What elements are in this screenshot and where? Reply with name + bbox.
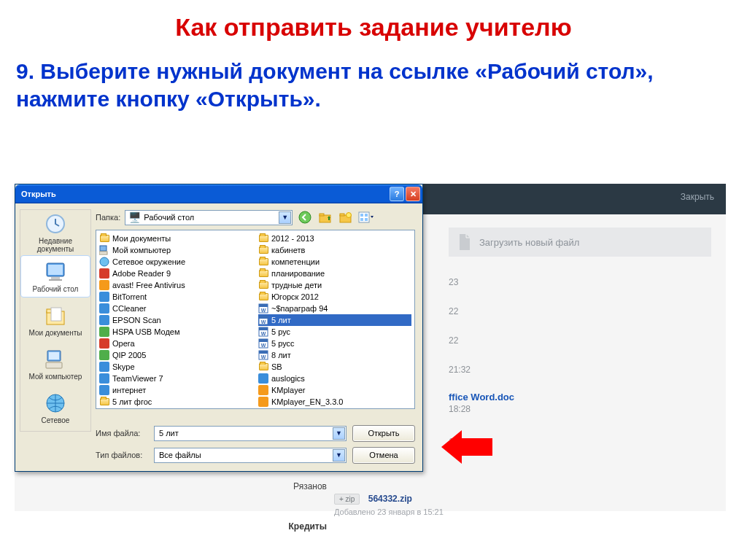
svg-rect-31: [99, 327, 109, 337]
place-recent[interactable]: Недавние документы: [20, 211, 90, 254]
svg-rect-29: [99, 303, 109, 314]
svg-rect-13: [48, 265, 63, 275]
bg-word-link[interactable]: ffice Word.doc: [449, 392, 609, 402]
place-desktop[interactable]: Рабочий стол: [20, 255, 90, 298]
close-button[interactable]: ✕: [406, 187, 420, 201]
dialog-bottom: Имя файла: 5 лит ▼ Открыть Тип файлов: В…: [96, 424, 415, 464]
file-item[interactable]: CCleaner: [99, 303, 252, 314]
file-item[interactable]: Мои документы: [99, 233, 252, 244]
file-item[interactable]: avast! Free Antivirus: [99, 279, 252, 291]
bg-time-3: 22: [449, 335, 609, 346]
filename-input[interactable]: 5 лит ▼: [154, 426, 347, 441]
file-item[interactable]: трудные дети: [258, 279, 411, 291]
chip-zip[interactable]: + zip: [334, 494, 360, 505]
svg-rect-44: [259, 327, 268, 330]
folder-label: Папка:: [96, 213, 120, 222]
file-item[interactable]: Сетевое окружение: [99, 256, 252, 268]
added-text: Добавлено 23 января в 15:21: [334, 508, 444, 516]
file-list[interactable]: Мои документыМой компьютерСетевое окруже…: [96, 230, 415, 409]
upload-new-file[interactable]: Загрузить новый файл: [449, 228, 711, 257]
svg-rect-47: [259, 339, 268, 342]
file-item[interactable]: W8 лит: [258, 349, 411, 361]
chevron-down-icon[interactable]: ▼: [333, 449, 345, 462]
bg-name-1: Рязанов: [261, 481, 327, 491]
help-button[interactable]: ?: [390, 187, 404, 201]
place-label: Мой компьютер: [29, 373, 82, 381]
zip-link[interactable]: 564332.zip: [368, 494, 412, 504]
chevron-down-icon[interactable]: ▼: [279, 211, 291, 224]
svg-point-25: [100, 257, 109, 266]
folder-combo[interactable]: 🖥️ Рабочий стол ▼: [125, 210, 293, 225]
file-item[interactable]: KMplayer: [258, 384, 411, 396]
file-item[interactable]: auslogics: [258, 373, 411, 384]
back-button[interactable]: [297, 209, 313, 225]
filename-label: Имя файла:: [96, 429, 148, 438]
file-item[interactable]: Skype: [99, 361, 252, 373]
bg-time-5: 18:28: [449, 404, 609, 414]
place-label: Мои документы: [29, 329, 82, 337]
svg-rect-53: [258, 385, 268, 395]
file-item[interactable]: KMplayer_EN_3.3.0: [258, 396, 411, 408]
views-button[interactable]: [358, 209, 374, 225]
bg-time-1: 23: [449, 277, 609, 287]
place-mydocs[interactable]: Мои документы: [20, 299, 90, 341]
svg-text:W: W: [261, 354, 266, 359]
svg-rect-8: [365, 214, 368, 217]
chevron-down-icon[interactable]: ▼: [333, 427, 345, 440]
file-item[interactable]: Мой компьютер: [99, 244, 252, 256]
file-item[interactable]: TeamViewer 7: [99, 373, 252, 384]
bg-time-4: 21:32: [449, 365, 609, 375]
filetype-combo[interactable]: Все файлы ▼: [154, 448, 347, 463]
svg-rect-9: [360, 218, 363, 221]
up-button[interactable]: [317, 209, 333, 225]
file-item[interactable]: Opera: [99, 338, 252, 349]
file-item[interactable]: SB: [258, 361, 411, 373]
place-mycomp[interactable]: Мой компьютер: [20, 343, 90, 385]
file-item[interactable]: W5 лит: [258, 314, 411, 326]
bg-time-2: 22: [449, 306, 609, 316]
new-folder-button[interactable]: [338, 209, 354, 225]
file-item[interactable]: Югорск 2012: [258, 291, 411, 303]
file-item[interactable]: EPSON Scan: [99, 314, 252, 326]
svg-rect-10: [365, 218, 368, 221]
svg-rect-4: [340, 214, 344, 216]
svg-rect-38: [259, 304, 268, 307]
file-item[interactable]: HSPA USB Модем: [99, 326, 252, 338]
file-item[interactable]: QIP 2005: [99, 349, 252, 361]
place-label: Рабочий стол: [33, 285, 79, 293]
file-item[interactable]: интернет: [99, 384, 252, 396]
file-item[interactable]: W~$параграф 94: [258, 303, 411, 314]
bg-close-link[interactable]: Закрыть: [681, 192, 714, 202]
svg-rect-27: [99, 280, 109, 290]
file-item[interactable]: W5 рус: [258, 326, 411, 338]
file-item[interactable]: 2012 - 2013: [258, 233, 411, 244]
file-item[interactable]: Adobe Reader 9: [99, 268, 252, 279]
svg-rect-7: [360, 214, 363, 217]
file-item[interactable]: W5 русс: [258, 338, 411, 349]
svg-rect-21: [46, 362, 62, 368]
open-button[interactable]: Открыть: [352, 425, 415, 442]
svg-rect-15: [49, 279, 62, 281]
red-arrow-annotation: [441, 430, 492, 464]
cancel-button[interactable]: Отмена: [352, 447, 415, 464]
upload-label: Загрузить новый файл: [479, 237, 579, 248]
place-network[interactable]: Сетевое: [20, 386, 90, 429]
dialog-titlebar: Открыть ? ✕: [15, 184, 422, 203]
file-icon: [457, 234, 472, 250]
svg-point-0: [299, 211, 311, 223]
svg-rect-33: [99, 350, 109, 360]
svg-rect-50: [259, 351, 268, 354]
svg-rect-26: [99, 268, 109, 279]
file-item[interactable]: BitTorrent: [99, 291, 252, 303]
file-item[interactable]: планирование: [258, 268, 411, 279]
folder-value: Рабочий стол: [144, 213, 194, 222]
mydocs-icon: [44, 304, 67, 327]
place-label: Сетевое: [42, 416, 70, 424]
file-item[interactable]: кабинетв: [258, 244, 411, 256]
svg-rect-32: [99, 338, 109, 349]
file-item[interactable]: 5 лит фгос: [99, 396, 252, 408]
recent-icon: [44, 212, 67, 236]
svg-text:W: W: [261, 319, 266, 324]
svg-rect-14: [51, 277, 60, 279]
file-item[interactable]: компетенции: [258, 256, 411, 268]
